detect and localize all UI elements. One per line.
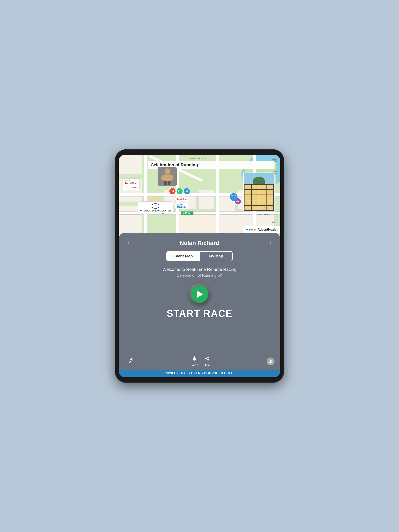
race-subtitle: Celebration of Running 5K [124,273,275,278]
next-runner-button[interactable]: › [267,239,275,247]
share-button[interactable]: Share [203,356,211,367]
panel-section: ‹ Nolan Richard › Event Map My Map Welco… [119,237,280,377]
nav-row: ‹ Nolan Richard › [119,237,280,249]
svg-rect-3 [170,176,173,180]
map-toggle-container: Event Map My Map [119,249,280,263]
runner-name: Nolan Richard [136,240,263,246]
prev-runner-button[interactable]: ‹ [124,239,132,247]
bottom-toolbar: ‹ [119,353,280,370]
badge-eh: EH [176,188,183,195]
screen: Lynx Central Station SpringLake Park Iva… [119,155,280,377]
svg-rect-5 [168,181,170,185]
svg-rect-4 [164,181,167,185]
svg-rect-1 [163,174,171,181]
bell-icon [192,356,197,363]
profile-avatar [267,358,275,365]
share-icon [204,356,210,363]
play-button[interactable] [189,284,210,305]
badge-3r: 3R [183,188,190,195]
spring-label: Spri... [271,221,277,223]
device: Lynx Central Station SpringLake Park Iva… [115,149,284,383]
my-map-button[interactable]: My Map [200,252,232,261]
virtual-badge: VIRTUAL [181,211,193,215]
follow-button[interactable]: Follow [191,356,198,367]
profile-button[interactable] [267,358,275,365]
lynx-label: Lynx Central Station [189,157,206,159]
share-label: Share [203,364,211,367]
svg-point-14 [207,359,209,361]
runner-icon [128,357,135,365]
svg-point-0 [165,168,170,174]
wifi-icon [230,193,238,201]
status-text: 2020 EVENT IS OVER - COURSE CLOSED [165,372,234,375]
svg-point-13 [207,357,209,358]
map-section: Lynx Central Station SpringLake Park Iva… [119,155,280,237]
toolbar-back-button[interactable]: ‹ [124,359,126,364]
svg-point-16 [270,360,272,362]
svg-rect-2 [161,176,164,180]
toolbar-left: ‹ [124,357,135,365]
svg-line-10 [132,359,133,361]
advent-health-logo: AdventHealth [243,226,280,233]
trackshack-logo: Est. 1977 TrackShack Orlando, Florida [122,178,140,190]
svg-line-11 [130,359,131,360]
svg-line-9 [130,361,132,362]
start-race-section: START RACE [119,280,280,353]
panel-inner: ‹ Nolan Richard › Event Map My Map Welco… [119,233,280,377]
celebration-map-logo: celebr. of runnir... [175,203,188,209]
status-bar: 2020 EVENT IS OVER - COURSE CLOSED [119,370,280,377]
welcome-section: Welcome to Real-Time Remote Racing Celeb… [119,263,280,280]
building-photo [243,172,275,211]
svg-rect-12 [194,356,195,357]
welcome-title: Welcome to Real-Time Remote Racing [124,267,275,272]
orlando-street-label: Orlando Street [256,213,269,215]
toggle-group: Event Map My Map [166,251,233,261]
follow-label: Follow [191,364,198,367]
play-button-inner [191,285,208,303]
trackshack-map-logo: TrackSha... [175,197,190,201]
toolbar-center: Follow [191,356,211,367]
svg-point-15 [205,358,206,360]
runner-photo [158,167,177,186]
play-icon [197,291,203,298]
svg-line-8 [129,361,130,363]
badge-kr: KR [169,188,176,195]
event-map-button[interactable]: Event Map [167,252,199,261]
start-race-label: START RACE [167,308,233,319]
orlando-science-center: ORLANDO SCIENCE CENTER [138,201,173,213]
